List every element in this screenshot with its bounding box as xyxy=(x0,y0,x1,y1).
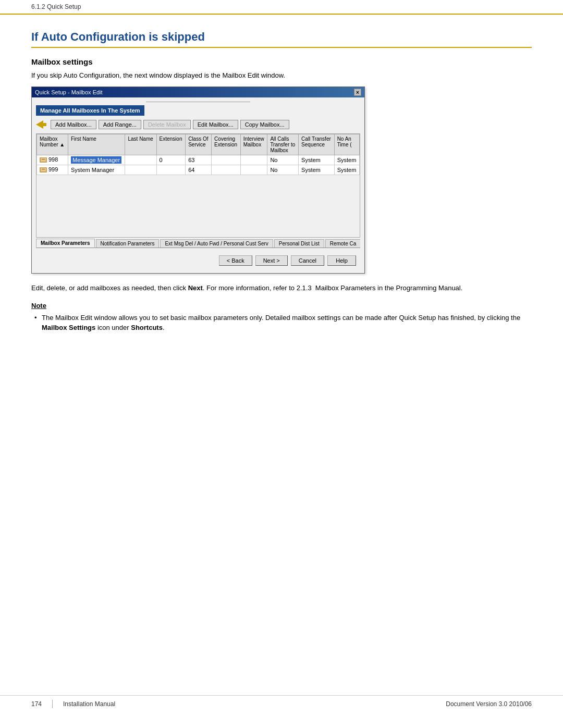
col-first-name: First Name xyxy=(68,134,125,155)
tab-ext-msg-del[interactable]: Ext Msg Del / Auto Fwd / Personal Cust S… xyxy=(160,239,273,248)
tabs-row: Mailbox Parameters Notification Paramete… xyxy=(36,239,360,248)
toolbar-row: Add Mailbox... Add Range... Delete Mailb… xyxy=(36,120,360,129)
section-label: 6.1.2 Quick Setup xyxy=(31,3,81,10)
mailbox-table-body: 998 Message Manager 0 63 No System Syste… xyxy=(37,155,360,175)
col-last-name: Last Name xyxy=(125,134,156,155)
footer-right-label: Document Version 3.0 2010/06 xyxy=(446,700,532,708)
cell-last-name xyxy=(125,165,156,175)
add-range-button[interactable]: Add Range... xyxy=(99,120,141,129)
cell-number: 999 xyxy=(37,165,68,175)
cell-interview xyxy=(240,155,267,165)
table-header-row: MailboxNumber ▲ First Name Last Name Ext… xyxy=(37,134,360,155)
col-cos: Class OfService xyxy=(186,134,212,155)
cell-interview xyxy=(240,165,267,175)
cell-covering-ext xyxy=(212,165,241,175)
tab-remote-ca[interactable]: Remote Ca xyxy=(325,239,360,248)
page-content: If Auto Configuration is skipped Mailbox… xyxy=(0,15,563,369)
edit-mailbox-button[interactable]: Edit Mailbox... xyxy=(193,120,238,129)
col-all-calls: All CallsTransfer toMailbox xyxy=(267,134,299,155)
cell-extension: 0 xyxy=(156,155,186,165)
cell-last-name xyxy=(125,155,156,165)
col-interview: InterviewMailbox xyxy=(240,134,267,155)
note-title: Note xyxy=(31,302,532,310)
svg-rect-5 xyxy=(41,168,46,171)
mailbox-icon xyxy=(40,156,47,164)
col-call-transfer: Call TransferSequence xyxy=(299,134,335,155)
add-mailbox-button[interactable]: Add Mailbox... xyxy=(51,120,96,129)
mailbox-icon xyxy=(40,166,47,174)
tab-personal-dist-list[interactable]: Personal Dist List xyxy=(274,239,324,248)
tab-mailbox-parameters[interactable]: Mailbox Parameters xyxy=(36,239,95,248)
footer-divider xyxy=(52,700,53,708)
dialog-title: Quick Setup - Mailbox Edit xyxy=(35,89,103,95)
svg-rect-6 xyxy=(42,169,45,169)
cell-cos: 64 xyxy=(186,165,212,175)
back-button[interactable]: < Back xyxy=(219,255,252,266)
note-item: The Mailbox Edit window allows you to se… xyxy=(42,313,532,333)
footer-left-label: Installation Manual xyxy=(63,700,115,708)
cell-number: 998 xyxy=(37,155,68,165)
cell-covering-ext xyxy=(212,155,241,165)
next-button[interactable]: Next > xyxy=(255,255,288,266)
note-list: The Mailbox Edit window allows you to se… xyxy=(31,313,532,333)
dialog-body: Manage All Mailboxes In The System Add M… xyxy=(32,97,364,273)
cell-all-calls: No xyxy=(267,155,299,165)
note-section: Note The Mailbox Edit window allows you … xyxy=(31,302,532,333)
dialog-footer: < Back Next > Cancel Help xyxy=(36,252,360,269)
delete-mailbox-button[interactable]: Delete Mailbox xyxy=(143,120,191,129)
mailbox-table-container: MailboxNumber ▲ First Name Last Name Ext… xyxy=(36,133,360,238)
top-bar: 6.1.2 Quick Setup xyxy=(0,0,563,15)
col-extension: Extension xyxy=(156,134,186,155)
col-covering-ext: CoveringExtension xyxy=(212,134,241,155)
manage-bar: Manage All Mailboxes In The System xyxy=(36,105,144,116)
intro-text: If you skip Auto Configuration, the next… xyxy=(31,71,532,79)
page-number: 174 xyxy=(31,700,42,708)
cell-no-an: System xyxy=(334,155,359,165)
cell-extension xyxy=(156,165,186,175)
page-footer: 174 Installation Manual Document Version… xyxy=(0,695,563,712)
cell-no-an: System xyxy=(334,165,359,175)
tab-notification-parameters[interactable]: Notification Parameters xyxy=(96,239,160,248)
dialog-window: Quick Setup - Mailbox Edit × Manage All … xyxy=(31,87,365,274)
dialog-titlebar: Quick Setup - Mailbox Edit × xyxy=(32,87,364,97)
svg-rect-3 xyxy=(42,159,45,159)
cell-call-transfer: System xyxy=(299,155,335,165)
table-scroll-area[interactable]: MailboxNumber ▲ First Name Last Name Ext… xyxy=(36,134,360,237)
svg-marker-0 xyxy=(36,120,46,129)
mailbox-table: MailboxNumber ▲ First Name Last Name Ext… xyxy=(36,134,360,175)
body-text: Edit, delete, or add mailboxes as needed… xyxy=(31,283,532,293)
dialog-close-button[interactable]: × xyxy=(354,89,361,96)
cancel-button[interactable]: Cancel xyxy=(291,255,324,266)
table-row[interactable]: 999 System Manager 64 No System System xyxy=(37,165,360,175)
svg-rect-2 xyxy=(41,158,46,162)
cell-first-name: Message Manager xyxy=(68,155,125,165)
cell-all-calls: No xyxy=(267,165,299,175)
cell-cos: 63 xyxy=(186,155,212,165)
help-button[interactable]: Help xyxy=(327,255,356,266)
col-no-an: No AnTime ( xyxy=(334,134,359,155)
page-title: If Auto Configuration is skipped xyxy=(31,30,532,48)
subsection-title: Mailbox settings xyxy=(31,57,532,66)
table-row[interactable]: 998 Message Manager 0 63 No System Syste… xyxy=(37,155,360,165)
arrow-icon xyxy=(36,120,46,129)
copy-mailbox-button[interactable]: Copy Mailbox... xyxy=(240,120,289,129)
cell-first-name: System Manager xyxy=(68,165,125,175)
cell-call-transfer: System xyxy=(299,165,335,175)
col-mailbox-number: MailboxNumber ▲ xyxy=(37,134,68,155)
footer-left: 174 Installation Manual xyxy=(31,700,115,708)
